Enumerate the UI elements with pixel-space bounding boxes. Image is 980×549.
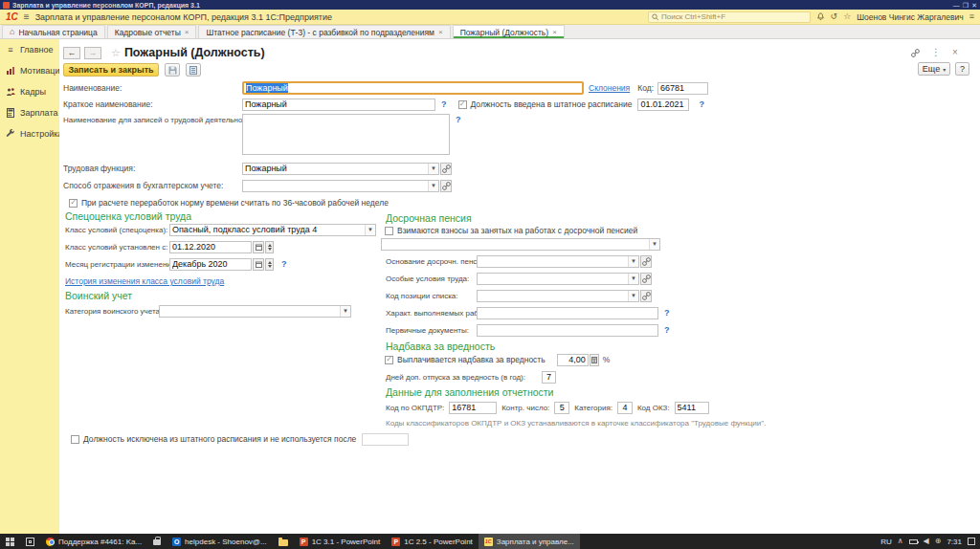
tab-close-icon[interactable]: × [185, 29, 189, 36]
speaker-icon[interactable]: ◀ [924, 538, 929, 545]
help-icon[interactable]: ? [281, 260, 287, 269]
accounting-method-combo[interactable]: ▼ [242, 180, 439, 192]
reg-month-input[interactable] [169, 258, 252, 271]
current-user[interactable]: Шоенов Чингис Жаргалевич [857, 12, 964, 22]
short-name-input[interactable] [242, 99, 435, 111]
class-set-from-input[interactable] [169, 241, 252, 253]
help-icon[interactable]: ? [664, 326, 670, 335]
date-spinner[interactable] [265, 241, 274, 253]
network-globe-icon[interactable]: ⊕ [935, 538, 942, 545]
help-button[interactable]: ? [955, 62, 969, 76]
more-vertical-icon[interactable]: ⋮ [931, 48, 941, 57]
declension-link[interactable]: Склонения [589, 83, 630, 93]
save-and-close-button[interactable]: Записать и закрыть [63, 63, 159, 77]
tab-position-firefighter[interactable]: Пожарный (Должность) × [453, 25, 565, 38]
search-input[interactable] [661, 12, 807, 21]
control-number-input[interactable] [554, 402, 569, 414]
favorite-star-icon[interactable]: ☆ [111, 48, 121, 58]
taskbar-outlook[interactable]: O helpdesk - Shoenov@... [167, 534, 273, 549]
labor-function-link-button[interactable] [440, 163, 452, 175]
main-menu-icon[interactable]: ≡ [24, 12, 30, 22]
pension-basis-combo[interactable]: ▼ [477, 255, 639, 268]
taskbar-powerpoint-1[interactable]: P 1С 3.1 - PowerPoint [294, 534, 387, 549]
accounting-method-link-button[interactable] [440, 180, 452, 192]
help-icon[interactable]: ? [456, 114, 461, 124]
pension-contrib-checkbox[interactable] [385, 227, 393, 235]
dropdown-arrow-icon[interactable]: ▼ [649, 239, 659, 250]
sidebar-item-motivation[interactable]: Мотивация [0, 60, 59, 81]
close-form-icon[interactable]: × [952, 48, 958, 57]
open-card-button[interactable] [186, 63, 201, 77]
dropdown-arrow-icon[interactable]: ▼ [340, 306, 350, 317]
hazard-pay-checkbox[interactable] [385, 356, 393, 364]
class-combo[interactable]: Опасный, подкласс условий труда 4 ▼ [169, 224, 376, 236]
dropdown-arrow-icon[interactable]: ▼ [428, 164, 438, 174]
service-menu-icon[interactable]: ≡ [969, 12, 974, 21]
hazard-percent-input[interactable] [557, 354, 589, 366]
tab-staffing-table[interactable]: Штатное расписание (Т-3) - с разбивкой п… [198, 25, 450, 38]
okz-input[interactable] [675, 402, 709, 414]
help-icon[interactable]: ? [441, 100, 447, 109]
name-input[interactable]: Пожарный [242, 81, 584, 95]
sidebar-item-salary[interactable]: Зарплата [0, 102, 59, 123]
notification-center-icon[interactable] [968, 538, 975, 545]
overtime-checkbox[interactable] [69, 199, 78, 208]
pension-combo[interactable]: ▼ [381, 238, 660, 251]
special-conditions-combo[interactable]: ▼ [477, 273, 639, 285]
in-staffing-checkbox[interactable] [458, 100, 467, 109]
save-button[interactable] [165, 63, 180, 77]
list-position-code-link-button[interactable] [640, 290, 652, 302]
class-history-link[interactable]: История изменения класса условий труда [65, 276, 224, 286]
start-button[interactable] [0, 534, 20, 549]
labor-function-combo[interactable]: Пожарный ▼ [242, 163, 439, 175]
global-search[interactable] [648, 11, 811, 23]
excluded-date-input[interactable] [362, 433, 409, 446]
code-input[interactable] [657, 82, 708, 95]
tab-home[interactable]: ⌂ Начальная страница [2, 25, 105, 38]
primary-docs-input[interactable] [477, 324, 658, 337]
help-icon[interactable]: ? [699, 100, 704, 109]
sidebar-item-personnel[interactable]: Кадры [0, 81, 59, 102]
hazard-days-input[interactable] [542, 371, 556, 384]
record-name-textarea[interactable] [242, 114, 450, 155]
notifications-bell-icon[interactable] [816, 12, 825, 21]
tab-personnel-reports[interactable]: Кадровые отчеты × [107, 25, 197, 38]
dropdown-arrow-icon[interactable]: ▼ [628, 291, 638, 301]
pension-basis-link-button[interactable] [640, 255, 652, 268]
taskbar-1c-active[interactable]: 1С Зарплата и управле... [479, 534, 580, 549]
sidebar-item-main[interactable]: ≡ Главное [0, 39, 59, 60]
dropdown-arrow-icon[interactable]: ▼ [365, 225, 375, 235]
help-icon[interactable]: ? [664, 309, 670, 318]
okpdtr-input[interactable] [449, 402, 497, 414]
task-view-button[interactable] [20, 534, 40, 549]
calendar-button[interactable] [253, 258, 264, 271]
excluded-checkbox[interactable] [71, 435, 79, 444]
close-icon[interactable]: ✕ [971, 2, 977, 9]
taskbar-explorer[interactable] [273, 534, 294, 549]
taskbar-powerpoint-2[interactable]: P 1С 2.5 - PowerPoint [386, 534, 479, 549]
list-position-code-combo[interactable]: ▼ [477, 290, 639, 302]
language-indicator[interactable]: RU [880, 538, 892, 546]
hazard-percent-calc-button[interactable] [590, 354, 599, 366]
work-nature-input[interactable] [477, 307, 658, 319]
taskbar-chrome[interactable]: Поддержка #4461: Ka... [40, 534, 147, 549]
category-input[interactable] [617, 402, 633, 414]
sidebar-item-settings[interactable]: Настройка [0, 123, 59, 144]
dropdown-arrow-icon[interactable]: ▼ [428, 181, 438, 191]
battery-icon[interactable] [909, 539, 918, 544]
back-button[interactable]: ← [63, 47, 80, 59]
in-staffing-date-input[interactable] [637, 99, 689, 111]
tray-chevron-icon[interactable]: ∧ [898, 538, 903, 545]
tab-close-icon[interactable]: × [438, 29, 443, 36]
special-conditions-link-button[interactable] [640, 273, 652, 285]
calendar-button[interactable] [253, 241, 264, 253]
restore-icon[interactable]: ❐ [963, 2, 969, 9]
date-spinner[interactable] [265, 258, 274, 271]
favorites-star-icon[interactable]: ☆ [843, 12, 851, 21]
military-category-combo[interactable]: ▼ [159, 305, 351, 318]
taskbar-store[interactable] [147, 534, 167, 549]
dropdown-arrow-icon[interactable]: ▼ [628, 256, 638, 267]
more-button[interactable]: Еще ▾ [918, 62, 950, 76]
dropdown-arrow-icon[interactable]: ▼ [628, 274, 638, 284]
history-icon[interactable]: ↺ [831, 12, 838, 21]
